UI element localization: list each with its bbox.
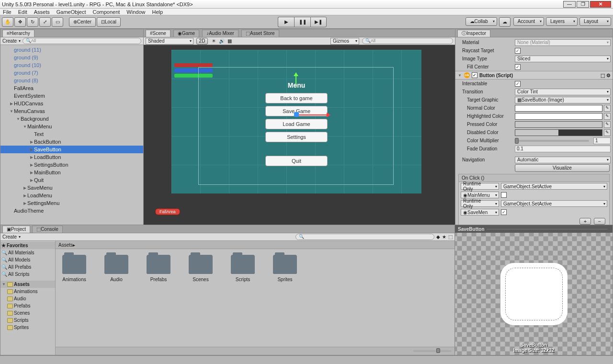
folder-item[interactable]: Prefabs: [0, 302, 55, 309]
eyedropper-icon[interactable]: ✎: [604, 105, 611, 112]
hierarchy-create[interactable]: Create: [2, 38, 17, 44]
fadedur-field[interactable]: 0.1: [515, 146, 611, 152]
breadcrumb[interactable]: Assets ▸: [56, 241, 454, 249]
hierarchy-item[interactable]: LoadMenu: [0, 192, 143, 199]
game-tab[interactable]: ◉ Game: [173, 30, 199, 37]
object-field-1[interactable]: ◉ MainMenu: [461, 192, 499, 198]
imagetype-dropdown[interactable]: Sliced: [515, 56, 611, 62]
cloud-button[interactable]: ☁: [499, 17, 511, 27]
eyedropper-icon[interactable]: ✎: [604, 113, 611, 120]
account-dropdown[interactable]: Account: [513, 17, 544, 26]
hierarchy-item[interactable]: ground (10): [0, 61, 143, 69]
hierarchy-item[interactable]: HUDCanvas: [0, 100, 143, 107]
disabledcolor-field[interactable]: [515, 129, 602, 136]
settings-button[interactable]: Settings: [265, 132, 328, 142]
fallarea-label[interactable]: FallArea: [155, 208, 180, 215]
targetgraphic-field[interactable]: ▦ SaveButton (Image): [515, 97, 611, 103]
hierarchy-item[interactable]: Quit: [0, 176, 143, 184]
hierarchy-tab[interactable]: ≡ Hierarchy: [2, 30, 34, 37]
layout-dropdown[interactable]: Layout: [579, 17, 611, 26]
eyedropper-icon[interactable]: ✎: [604, 121, 611, 128]
load-game-button[interactable]: Load Game: [265, 119, 328, 129]
menu-help[interactable]: Help: [152, 9, 163, 15]
raycast-checkbox[interactable]: [515, 48, 521, 54]
play-button[interactable]: ▶: [278, 17, 294, 27]
function-dropdown-1[interactable]: GameObject.SetActive: [501, 183, 607, 190]
hierarchy-item[interactable]: ground (11): [0, 46, 143, 54]
arg-checkbox-1[interactable]: [501, 192, 507, 198]
audiomixer-tab[interactable]: ♪ Audio Mixer: [202, 30, 238, 37]
inspector-tab[interactable]: ⓘ Inspector: [457, 30, 490, 37]
minimize-button[interactable]: —: [563, 1, 576, 8]
rect-tool[interactable]: ▭: [52, 17, 63, 27]
shaded-dropdown[interactable]: Shaded: [146, 38, 193, 45]
hand-tool[interactable]: ✋: [2, 17, 13, 27]
hierarchy-item[interactable]: EventSystem: [0, 92, 143, 100]
add-event-button[interactable]: +: [579, 218, 591, 225]
center-handle[interactable]: [294, 112, 299, 117]
hierarchy-item[interactable]: SaveButton: [0, 146, 143, 153]
asset-folder[interactable]: Scenes: [186, 255, 216, 282]
scale-tool[interactable]: ⤢: [39, 17, 51, 27]
light-icon[interactable]: ☀: [212, 38, 216, 44]
asset-folder[interactable]: Prefabs: [144, 255, 173, 282]
asset-grid[interactable]: AnimationsAudioPrefabsScenesScriptsSprit…: [56, 249, 454, 347]
fillcenter-checkbox[interactable]: [515, 64, 521, 70]
material-field[interactable]: None (Material): [515, 39, 611, 46]
hierarchy-item[interactable]: Text: [0, 130, 143, 138]
folder-item[interactable]: Scripts: [0, 317, 55, 324]
function-dropdown-2[interactable]: GameObject.SetActive: [501, 200, 607, 207]
audio-icon[interactable]: 🔊: [219, 38, 225, 44]
project-tree[interactable]: ★Favorites 🔍All Materials 🔍All Models 🔍A…: [0, 241, 56, 355]
arg-checkbox-2[interactable]: [501, 209, 507, 215]
filter-icon[interactable]: ◆: [436, 234, 440, 239]
project-search[interactable]: 🔍: [295, 234, 434, 240]
hierarchy-item[interactable]: AudioTheme: [0, 207, 143, 215]
pause-button[interactable]: ❚❚: [294, 17, 310, 27]
project-tab[interactable]: ▣ Project: [2, 226, 30, 233]
visualize-button[interactable]: Visualize: [515, 164, 610, 172]
scene-tab[interactable]: # Scene: [146, 30, 170, 37]
assetstore-tab[interactable]: ⬚ Asset Store: [241, 30, 279, 37]
save-search-icon[interactable]: ⬚: [448, 234, 453, 239]
project-create[interactable]: Create: [2, 234, 17, 239]
remove-event-button[interactable]: −: [594, 218, 605, 225]
pressedcolor-field[interactable]: [515, 121, 602, 128]
folder-item[interactable]: Animations: [0, 288, 55, 295]
2d-toggle[interactable]: 2D: [196, 38, 208, 45]
button-component-header[interactable]: okButton (Script)⬚ ⚙: [455, 71, 613, 80]
fav-materials[interactable]: 🔍All Materials: [0, 249, 55, 256]
scene-search[interactable]: 🔍All: [362, 38, 453, 44]
asset-folder[interactable]: Animations: [59, 255, 89, 282]
menu-window[interactable]: Window: [126, 9, 145, 15]
collab-dropdown[interactable]: ☁ Collab: [465, 17, 497, 26]
colormult-value[interactable]: 1: [593, 137, 611, 144]
interactable-checkbox[interactable]: [515, 81, 521, 87]
hierarchy-item[interactable]: ground (8): [0, 77, 143, 84]
hierarchy-item[interactable]: Background: [0, 115, 143, 123]
menu-gameobject[interactable]: GameObject: [57, 9, 86, 15]
menu-edit[interactable]: Edit: [18, 9, 27, 15]
normalcolor-field[interactable]: [515, 105, 602, 112]
object-field-2[interactable]: ◉ SaveMen: [461, 209, 499, 216]
asset-folder[interactable]: Sprites: [270, 255, 300, 282]
highlightedcolor-field[interactable]: [515, 113, 602, 120]
folder-item[interactable]: Sprites: [0, 324, 55, 331]
folder-item[interactable]: Audio: [0, 295, 55, 302]
hierarchy-item[interactable]: ground (7): [0, 69, 143, 77]
menu-file[interactable]: File: [3, 9, 11, 15]
menu-component[interactable]: Component: [92, 9, 120, 15]
hierarchy-item[interactable]: FallArea: [0, 84, 143, 92]
scene-view[interactable]: Menu Back to game Save Game Load Game Se…: [144, 45, 455, 225]
transition-dropdown[interactable]: Color Tint: [515, 89, 611, 95]
runtime-dropdown-2[interactable]: Runtime Only: [461, 200, 499, 207]
move-tool[interactable]: ✥: [14, 17, 26, 27]
back-to-game-button[interactable]: Back to game: [265, 93, 328, 103]
star-icon[interactable]: ★: [442, 234, 446, 239]
runtime-dropdown-1[interactable]: Runtime Only: [461, 183, 499, 190]
asset-folder[interactable]: Scripts: [228, 255, 258, 282]
hierarchy-tree[interactable]: ground (11)ground (9)ground (10)ground (…: [0, 45, 143, 225]
fav-models[interactable]: 🔍All Models: [0, 256, 55, 263]
maximize-button[interactable]: ❐: [577, 1, 589, 8]
eyedropper-icon[interactable]: ✎: [604, 129, 611, 136]
